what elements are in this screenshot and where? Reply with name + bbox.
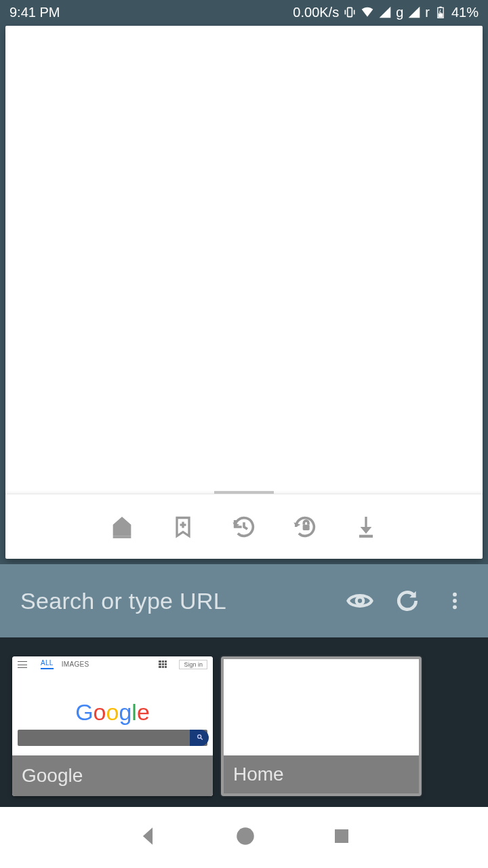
svg-rect-10 bbox=[359, 534, 373, 537]
signal-2-label: r bbox=[425, 5, 430, 20]
svg-point-11 bbox=[357, 597, 364, 605]
incognito-history-icon[interactable] bbox=[291, 513, 319, 541]
eye-icon[interactable] bbox=[346, 587, 374, 615]
signal-1-label: g bbox=[396, 5, 403, 20]
nav-home-icon[interactable] bbox=[234, 825, 257, 850]
android-nav-bar bbox=[0, 807, 488, 868]
history-icon[interactable] bbox=[230, 513, 258, 541]
tab-preview bbox=[224, 659, 419, 758]
wifi-icon bbox=[361, 5, 374, 19]
google-tab-images: IMAGES bbox=[62, 660, 89, 668]
battery-icon bbox=[434, 5, 447, 19]
reload-icon[interactable] bbox=[393, 587, 422, 615]
google-search-box bbox=[18, 730, 207, 746]
vibrate-icon bbox=[343, 5, 357, 19]
signal-1-icon bbox=[378, 5, 392, 19]
tab-preview: ALL IMAGES Sign in Google bbox=[12, 656, 213, 755]
svg-point-14 bbox=[453, 605, 457, 609]
google-sign-in: Sign in bbox=[179, 660, 207, 669]
bookmark-add-icon[interactable] bbox=[169, 513, 197, 541]
tab-card-home[interactable]: Home bbox=[221, 656, 422, 796]
svg-rect-18 bbox=[335, 829, 348, 843]
signal-2-icon bbox=[407, 5, 421, 19]
nav-back-icon[interactable] bbox=[136, 825, 159, 850]
popup-content-blank bbox=[5, 26, 483, 491]
tab-card-google[interactable]: ALL IMAGES Sign in Google Google bbox=[12, 656, 213, 796]
url-input[interactable]: Search or type URL bbox=[20, 588, 327, 614]
url-bar: Search or type URL bbox=[0, 564, 488, 637]
svg-rect-0 bbox=[348, 7, 352, 16]
tabs-area: ALL IMAGES Sign in Google Google Home bbox=[0, 637, 488, 807]
nav-recent-icon[interactable] bbox=[331, 826, 352, 849]
popup-toolbar bbox=[5, 494, 483, 559]
google-tab-all: ALL bbox=[41, 659, 54, 669]
status-bar: 9:41 PM 0.00K/s g r 41% bbox=[0, 0, 488, 24]
svg-point-13 bbox=[453, 599, 457, 603]
tab-title: Google bbox=[22, 765, 83, 787]
download-icon[interactable] bbox=[352, 513, 380, 541]
svg-rect-9 bbox=[303, 524, 310, 530]
svg-point-17 bbox=[237, 827, 254, 845]
svg-point-12 bbox=[453, 593, 457, 597]
tab-title: Home bbox=[233, 764, 284, 785]
status-netspeed: 0.00K/s bbox=[293, 5, 339, 20]
popup-panel bbox=[5, 26, 483, 559]
status-right: 0.00K/s g r 41% bbox=[293, 5, 479, 20]
svg-line-16 bbox=[201, 738, 203, 740]
svg-point-15 bbox=[198, 735, 201, 738]
svg-rect-6 bbox=[113, 536, 131, 538]
status-time: 9:41 PM bbox=[9, 5, 60, 20]
svg-rect-4 bbox=[439, 7, 441, 8]
battery-pct: 41% bbox=[451, 5, 479, 20]
more-menu-icon[interactable] bbox=[441, 587, 469, 615]
add-to-homescreen-icon[interactable] bbox=[108, 513, 136, 541]
google-logo: Google bbox=[12, 699, 213, 726]
